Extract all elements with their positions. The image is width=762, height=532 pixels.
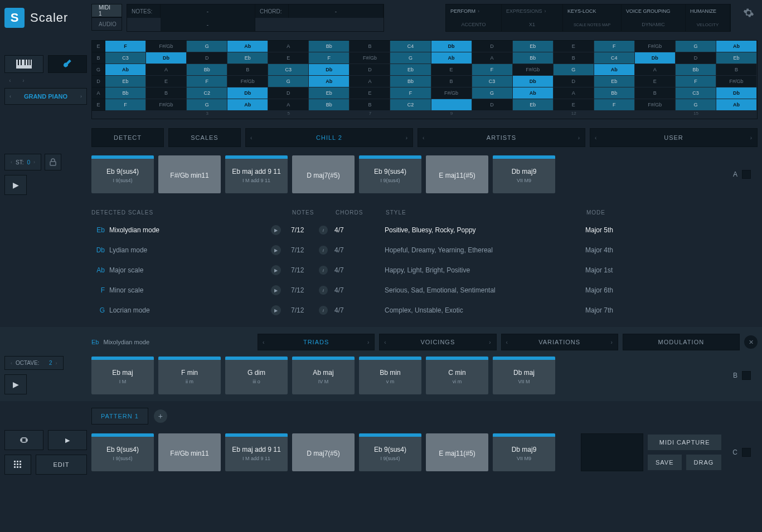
fret-cell[interactable]: A [350, 76, 390, 87]
fret-cell[interactable] [431, 99, 472, 111]
chord-slot[interactable]: E maj11(#5) [426, 433, 488, 471]
accento-value[interactable]: ACCENTO [446, 18, 501, 31]
fret-cell[interactable]: Bb [676, 64, 716, 76]
expressions-header[interactable]: EXPRESSIONS› [502, 4, 562, 18]
fret-cell[interactable]: Db [309, 64, 350, 76]
close-icon[interactable]: ✕ [744, 335, 758, 349]
fret-cell[interactable]: F#/Gb [431, 87, 472, 99]
chord-slot[interactable]: Eb 9(sus4)I 9(sus4) [359, 433, 421, 471]
scale-row[interactable]: AbMajor scale▶7/12i4/7Happy, Light, Brig… [91, 260, 758, 280]
fret-cell[interactable]: E [554, 41, 594, 52]
fret-cell[interactable]: G [187, 41, 227, 52]
loop-button[interactable] [4, 430, 43, 450]
fret-cell[interactable]: Bb [187, 64, 227, 76]
scales-tab[interactable]: SCALES [168, 128, 241, 147]
info-icon[interactable]: i [319, 266, 334, 275]
chord-slot[interactable]: Eb 9(sus4)I 9(sus4) [359, 155, 421, 193]
fret-cell[interactable]: Bb [309, 99, 350, 111]
chord-slot[interactable]: Db maj9VII M9 [493, 155, 555, 193]
fret-cell[interactable]: A [472, 52, 513, 64]
chord-slot[interactable]: F minii m [158, 357, 221, 394]
fret-cell[interactable]: G [676, 99, 716, 111]
scale-row[interactable]: EbMixolydian mode▶7/12i4/7Positive, Blue… [91, 220, 758, 240]
scale-play-icon[interactable]: ▶ [271, 225, 291, 235]
chord-slot[interactable]: E maj11(#5) [426, 155, 488, 193]
fret-cell[interactable]: Ab [105, 64, 146, 76]
prev-icon[interactable]: ‹ [4, 77, 16, 84]
modulation-tab[interactable]: MODULATION [623, 334, 740, 350]
fret-cell[interactable]: Eb [513, 41, 554, 52]
scale-play-icon[interactable]: ▶ [271, 285, 291, 295]
fret-cell[interactable]: E [350, 87, 390, 99]
chord-slot[interactable]: G dimiii o [225, 357, 288, 394]
pattern-selector[interactable]: PATTERN 1 [91, 408, 148, 424]
fret-cell[interactable]: F [594, 99, 635, 111]
fret-cell[interactable]: Db [431, 41, 472, 52]
fret-cell[interactable]: F [309, 52, 350, 64]
fret-cell[interactable]: Db [513, 76, 554, 87]
fret-cell[interactable]: Ab [716, 99, 757, 111]
scale-row[interactable]: FMinor scale▶7/12i4/7Serious, Sad, Emoti… [91, 280, 758, 300]
chord-slot[interactable]: Bb minv m [359, 357, 421, 394]
chord-slot[interactable]: Db majVII M [493, 357, 555, 394]
play-a-button[interactable]: ▶ [4, 175, 27, 195]
dynamic-value[interactable]: DYNAMIC [622, 18, 685, 31]
fret-cell[interactable]: G [676, 41, 716, 52]
fret-cell[interactable]: F [390, 87, 431, 99]
fret-cell[interactable]: F#/Gb [350, 52, 390, 64]
fret-cell[interactable]: A [554, 87, 594, 99]
midi-capture-button[interactable]: MIDI CAPTURE [648, 435, 721, 450]
variations-tab[interactable]: ‹VARIATIONS› [501, 334, 618, 350]
drag-button[interactable]: DRAG [686, 455, 722, 470]
info-icon[interactable]: i [319, 306, 334, 315]
user-tab[interactable]: ‹USER› [590, 128, 758, 147]
grid-icon[interactable] [4, 455, 31, 475]
chord-slot[interactable]: Db maj9VII M9 [493, 433, 555, 471]
fret-cell[interactable]: Ab [309, 76, 350, 87]
fret-cell[interactable]: C4 [390, 41, 431, 52]
fret-cell[interactable]: Bb [594, 87, 635, 99]
fret-cell[interactable]: F [676, 76, 716, 87]
fret-cell[interactable]: B [350, 99, 390, 111]
fret-cell[interactable]: D [268, 87, 309, 99]
scale-play-icon[interactable]: ▶ [271, 245, 291, 255]
fret-cell[interactable]: A [635, 64, 676, 76]
instrument-selector[interactable]: ‹ GRAND PIANO › [4, 88, 87, 105]
voicegrouping-header[interactable]: VOICE GROUPING [622, 4, 685, 18]
chord-slot[interactable]: F#/Gb min11 [158, 155, 221, 193]
section-c-toggle[interactable] [742, 448, 751, 457]
fret-cell[interactable]: C3 [472, 76, 513, 87]
scale-play-icon[interactable]: ▶ [271, 265, 291, 275]
scale-play-icon[interactable]: ▶ [271, 305, 291, 315]
next-icon[interactable]: › [18, 77, 29, 84]
fret-cell[interactable]: Eb [390, 64, 431, 76]
chord-slot[interactable]: Eb 9(sus4)I 9(sus4) [91, 155, 154, 193]
fret-cell[interactable]: Db [227, 87, 268, 99]
triads-tab[interactable]: ‹TRIADS› [258, 334, 375, 350]
chord-slot[interactable]: C minvi m [426, 357, 488, 394]
chord-slot[interactable]: F#/Gb min11 [158, 433, 221, 471]
keyslock-header[interactable]: KEYS-LOCK [563, 4, 621, 18]
fret-cell[interactable]: G [390, 52, 431, 64]
fret-cell[interactable]: Ab [716, 41, 757, 52]
fret-cell[interactable]: C2 [187, 87, 227, 99]
fret-cell[interactable]: B [227, 64, 268, 76]
fret-cell[interactable]: G [268, 76, 309, 87]
fret-cell[interactable]: Ab [513, 87, 554, 99]
fret-cell[interactable]: F#/Gb [635, 99, 676, 111]
fret-cell[interactable]: Eb [309, 87, 350, 99]
scale-row[interactable]: GLocrian mode▶7/12i4/7Complex, Unstable,… [91, 300, 758, 320]
fret-cell[interactable]: G [472, 87, 513, 99]
fret-cell[interactable]: Eb [594, 76, 635, 87]
x1-value[interactable]: X1 [502, 18, 562, 31]
section-a-toggle[interactable] [742, 170, 751, 179]
scalenotes-value[interactable]: SCALE NOTES MAP [563, 18, 621, 31]
audio-tab[interactable]: AUDIO [91, 17, 122, 31]
chord-slot[interactable]: Eb majI M [91, 357, 154, 394]
fret-cell[interactable]: D [187, 52, 227, 64]
fret-cell[interactable]: F [472, 64, 513, 76]
fret-cell[interactable]: Bb [513, 52, 554, 64]
fret-cell[interactable]: F#/Gb [635, 41, 676, 52]
fret-cell[interactable]: C3 [105, 52, 146, 64]
fret-cell[interactable]: B [350, 41, 390, 52]
